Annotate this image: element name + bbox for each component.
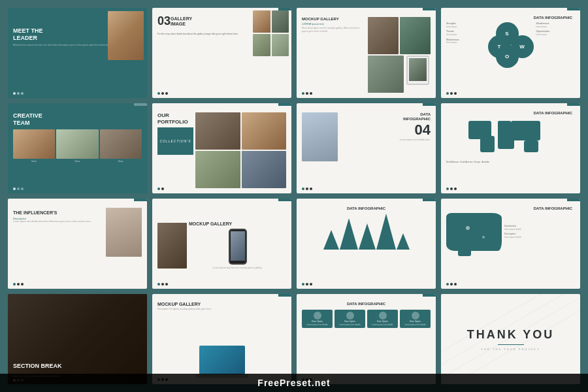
slide-7-header (297, 103, 436, 106)
slide-data-mountains: DATA INFOGRAPHIC (297, 199, 436, 289)
slide-3-subtitle: LOREM ipsum text (302, 22, 365, 25)
slide-15-title: DATA INFOGRAPHIC (302, 302, 431, 306)
slide-4-title: DATA INFOGRAPHIC (446, 16, 572, 20)
continent-sa (480, 136, 495, 152)
slide-8-header (441, 103, 580, 106)
slide-section-break: SECTION BREAK About the story project an… (8, 294, 147, 384)
slide-14-header (152, 294, 291, 297)
slide-5-names: Name Name Name (13, 160, 142, 163)
slide-6-title: OUR PORTFOLIO (157, 112, 193, 125)
slide-10-title: MOCKUP GALLERY (189, 221, 232, 226)
slide-10-dots (157, 283, 168, 286)
slide-3-header (297, 8, 436, 10)
slide-8-dots (446, 188, 457, 190)
world-map (462, 118, 560, 157)
slide-2-title: GALLERY IMAGE (171, 16, 192, 27)
slide-world-map: DATA INFOGRAPHIC North America South Ame… (441, 103, 580, 193)
australia-map (446, 213, 502, 251)
slide-5-dots (13, 188, 24, 190)
slide-5-photos (13, 129, 142, 159)
continent-au (524, 140, 538, 152)
slide-data-australia: DATA INFOGRAPHIC Introductionlorem ipsum… (441, 199, 580, 289)
slide-2-dots (157, 92, 168, 95)
slide-13-overlay (8, 294, 147, 384)
slide-8-legend: North America South America Europe Austr… (446, 161, 575, 163)
slide-6-header (152, 103, 291, 106)
slide-3-dots (302, 92, 312, 95)
slide-9-title: THE INFLUENCER'S (13, 210, 104, 215)
slide-14-desc: Description for laptop mockup gallery sl… (157, 308, 286, 311)
slide-10-header (152, 199, 291, 201)
slide-5-title: CREATIVE TEAM (13, 112, 142, 127)
slide-meet-leader: MEET THE LEADER Minimal lorem ipsum text… (8, 8, 147, 98)
slide-3-tablet (406, 56, 429, 85)
slide-8-title: DATA INFOGRAPHIC (446, 111, 572, 115)
slide-14-title: MOCKUP GALLERY (157, 302, 286, 306)
slide-16-line (498, 344, 524, 345)
slide-12-dots (446, 283, 457, 286)
slide-5-header (8, 103, 147, 106)
watermark: FreePreset.net (0, 374, 588, 392)
step-4: Desc Option Lorem ipsum text details (400, 310, 431, 328)
slide-4-header (441, 8, 580, 10)
slide-thank-you: THANK YOU FOR THE YOUR PROJECT (441, 294, 580, 384)
slide-7-desc: Lorem ipsum text details here. (400, 139, 431, 142)
slide-data-steps: DATA INFOGRAPHIC Desc Option Lorem ipsum… (297, 294, 436, 384)
slide-data-swot: DATA INFOGRAPHIC Strengthslorem ipsum Th… (441, 8, 580, 98)
slide-7-person (302, 112, 338, 161)
steps-row: Desc Option Lorem ipsum text details Des… (302, 310, 431, 379)
slide-data-04: DATA INFOGRAPHIC 04 Lorem ipsum text det… (297, 103, 436, 193)
slide-gallery-image: 03 GALLERY IMAGE For the very minor deta… (152, 8, 291, 98)
slide-11-dots (302, 283, 312, 286)
slide-9-header (8, 199, 147, 201)
slide-3-title: MOCKUP GALLERY (302, 17, 365, 21)
slide-influencers: THE INFLUENCER'S Description Lorem ipsum… (8, 199, 147, 289)
step-2: Desc Option Lorem ipsum text details (335, 310, 365, 328)
mountains-chart (302, 214, 431, 250)
slide-16-title: THANK YOU (467, 328, 555, 342)
slide-10-left-photo (157, 223, 187, 269)
slide-11-title: DATA INFOGRAPHIC (302, 206, 431, 210)
slide-mockup-gallery: MOCKUP GALLERY LOREM ipsum text Short de… (297, 8, 436, 98)
slide-9-body: Lorem ipsum text details about the influ… (13, 220, 104, 223)
leader-photo (108, 11, 144, 60)
slide-1-dots (13, 92, 24, 95)
slide-12-title: DATA INFOGRAPHIC (446, 206, 572, 210)
slide-mockup-laptop: MOCKUP GALLERY Description for laptop mo… (152, 294, 291, 384)
slide-7-dots (302, 188, 312, 190)
step-1: Desc Option Lorem ipsum text details (302, 310, 333, 328)
slide-2-number: 03 (157, 14, 171, 28)
slide-4-dots (446, 92, 457, 95)
slide-creative-team: CREATIVE TEAM Name Name Name (8, 103, 147, 193)
continent-as (511, 121, 540, 140)
slide-10-phone (229, 229, 247, 265)
slide-6-dots (157, 188, 164, 190)
slide-15-header (297, 294, 436, 297)
slide-7-title: DATA INFOGRAPHIC (403, 112, 431, 122)
slide-11-header (297, 199, 436, 201)
slide-2-photo-grid (253, 10, 289, 56)
slide-1-header (8, 8, 147, 10)
slide-16-subtitle: FOR THE YOUR PROJECT (482, 348, 540, 351)
slide-9-photo (106, 208, 142, 257)
step-3: Desc Option Lorem ipsum text details (367, 310, 398, 328)
slide-9-dots (13, 283, 24, 286)
slide-2-desc: For the very minor detail text about the… (157, 33, 249, 36)
slide-13-title: SECTION BREAK (13, 363, 62, 370)
slide-our-portfolio: OUR PORTFOLIO COLLECTION'S (152, 103, 291, 193)
slide-14-laptop (196, 346, 248, 378)
swot-o: O (496, 45, 519, 68)
slide-6-collection: COLLECTION'S (157, 127, 193, 155)
slide-mockup-phone: MOCKUP GALLERY Lorem ipsum text here for… (152, 199, 291, 289)
slide-10-desc: Lorem ipsum text here for mockup phone g… (213, 267, 263, 270)
slide-7-number: 04 (415, 122, 431, 139)
slide-3-desc: Short description text for mockup galler… (302, 27, 365, 33)
slide-12-header (441, 199, 580, 201)
